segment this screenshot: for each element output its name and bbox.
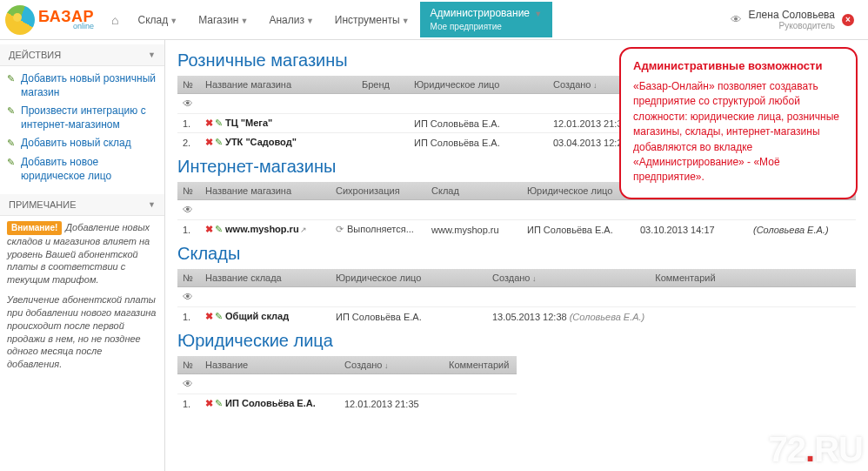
chevron-down-icon: ▼ (148, 50, 156, 59)
edit-icon[interactable]: ✎ (215, 224, 223, 235)
table-row[interactable]: 1. ✖✎ www.myshop.ru↗ ⟳Выполняется... www… (177, 220, 856, 239)
sidebar: ДЕЙСТВИЯ ▼ ✎Добавить новый розничный маг… (0, 40, 165, 471)
refresh-icon[interactable]: ⟳ (336, 224, 344, 234)
table-row[interactable]: 1. ✖✎ Общий склад ИП Соловьёва Е.А. 13.0… (177, 307, 856, 326)
col-num[interactable]: № (177, 356, 200, 374)
table-header-row: № Название Создано Комментарий (177, 356, 517, 374)
delete-icon[interactable]: ✖ (205, 118, 213, 129)
edit-icon[interactable]: ✎ (215, 311, 223, 322)
home-icon[interactable]: ⌂ (103, 13, 127, 27)
logo-text: БАЗАР online (38, 9, 94, 30)
sidebar-actions-head[interactable]: ДЕЙСТВИЯ ▼ (0, 44, 164, 66)
edit-icon[interactable]: ✎ (215, 118, 223, 129)
col-name[interactable]: Название магазина (200, 182, 331, 200)
nav-admin[interactable]: Администрирование ▼ Мое предприятие (420, 2, 553, 37)
col-comment[interactable]: Комментарий (444, 356, 517, 374)
callout-body: «Базар-Онлайн» позволяет создавать предп… (633, 79, 844, 185)
logo[interactable]: БАЗАР online (5, 5, 94, 35)
external-link-icon[interactable]: ↗ (300, 225, 307, 234)
sidebar-note-body: Внимание!Добавление новых складов и мага… (0, 216, 164, 380)
eye-icon[interactable]: 👁 (183, 291, 193, 303)
chevron-down-icon: ▼ (148, 200, 156, 209)
user-role: Руководитель (779, 21, 835, 30)
callout-admin-features: Административные возможности «Базар-Онла… (619, 47, 858, 199)
watermark: 72.RU (769, 430, 863, 469)
table-row[interactable]: 1. ✖✎ ИП Соловьёва Е.А. 12.01.2013 21:35 (177, 394, 517, 414)
col-num[interactable]: № (177, 182, 200, 200)
delete-icon[interactable]: ✖ (205, 311, 213, 322)
col-created[interactable]: Создано (339, 356, 444, 374)
pencil-icon: ✎ (7, 137, 17, 149)
legal-name: ИП Соловьёва Е.А. (225, 398, 316, 408)
nav-analysis[interactable]: Анализ▼ (258, 2, 324, 38)
nav-tools[interactable]: Инструменты▼ (324, 2, 420, 38)
sidebar-item-integrate-online[interactable]: ✎Произвести интеграцию с интернет-магази… (5, 102, 159, 134)
table-eye-row: 👁 (177, 200, 856, 220)
chevron-down-icon: ▼ (306, 17, 314, 25)
col-name[interactable]: Название склада (200, 269, 331, 287)
col-legal[interactable]: Юридическое лицо (522, 182, 635, 200)
sidebar-item-add-warehouse[interactable]: ✎Добавить новый склад (5, 134, 159, 153)
chevron-down-icon: ▼ (170, 17, 177, 25)
col-comment[interactable]: Комментарий (650, 269, 856, 287)
store-name: ТЦ "Мега" (225, 118, 272, 128)
col-legal[interactable]: Юридическое лицо (331, 269, 487, 287)
store-name: www.myshop.ru (225, 224, 299, 234)
callout-title: Административные возможности (633, 59, 844, 72)
delete-icon[interactable]: ✖ (205, 137, 213, 148)
user-name: Елена Соловьева (749, 9, 835, 21)
edit-icon[interactable]: ✎ (215, 398, 223, 409)
nav-stock[interactable]: Склад▼ (128, 2, 189, 38)
logo-icon (5, 5, 35, 35)
chevron-down-icon: ▼ (402, 17, 410, 25)
delete-icon[interactable]: ✖ (205, 398, 213, 409)
col-num[interactable]: № (177, 269, 200, 287)
logout-icon[interactable]: × (842, 14, 854, 26)
pencil-icon: ✎ (7, 104, 17, 117)
edit-icon[interactable]: ✎ (215, 137, 223, 148)
warning-badge: Внимание! (7, 221, 62, 235)
chevron-down-icon: ▼ (534, 10, 542, 18)
sidebar-item-add-retail[interactable]: ✎Добавить новый розничный магазин (5, 70, 159, 102)
col-brand[interactable]: Бренд (357, 76, 409, 94)
chevron-down-icon: ▼ (240, 17, 248, 25)
col-sync[interactable]: Сихронизация (331, 182, 426, 200)
col-name[interactable]: Название (200, 356, 339, 374)
col-name[interactable]: Название магазина (200, 76, 357, 94)
nav-store[interactable]: Магазин▼ (188, 2, 258, 38)
nav-admin-sub: Мое предприятие (431, 21, 543, 32)
pencil-icon: ✎ (7, 156, 17, 168)
col-created[interactable]: Создано (487, 269, 650, 287)
table-warehouses: № Название склада Юридическое лицо Созда… (177, 269, 856, 326)
section-warehouses-title: Склады (177, 244, 856, 264)
eye-icon[interactable]: 👁 (731, 13, 742, 26)
col-stock[interactable]: Склад (426, 182, 522, 200)
table-header-row: № Название склада Юридическое лицо Созда… (177, 269, 856, 287)
table-eye-row: 👁 (177, 287, 856, 307)
pencil-icon: ✎ (7, 72, 17, 84)
col-num[interactable]: № (177, 76, 200, 94)
table-eye-row: 👁 (177, 374, 517, 394)
eye-icon[interactable]: 👁 (183, 204, 193, 216)
table-legal: № Название Создано Комментарий 👁 1. ✖✎ И… (177, 356, 517, 413)
header: БАЗАР online ⌂ Склад▼ Магазин▼ Анализ▼ И… (0, 0, 868, 40)
eye-icon[interactable]: 👁 (183, 98, 193, 110)
section-legal-title: Юридические лица (177, 331, 856, 351)
topnav: ⌂ Склад▼ Магазин▼ Анализ▼ Инструменты▼ А… (103, 2, 552, 38)
col-legal[interactable]: Юридическое лицо (409, 76, 548, 94)
sidebar-item-add-legal[interactable]: ✎Добавить новое юридическое лицо (5, 153, 159, 185)
sidebar-note-head[interactable]: ПРИМЕЧАНИЕ ▼ (0, 194, 164, 216)
store-name: УТК "Садовод" (225, 137, 297, 147)
warehouse-name: Общий склад (225, 311, 289, 321)
sidebar-actions-list: ✎Добавить новый розничный магазин ✎Произ… (0, 66, 164, 194)
user-block: 👁 Елена Соловьева Руководитель × (731, 9, 858, 30)
eye-icon[interactable]: 👁 (183, 378, 193, 390)
delete-icon[interactable]: ✖ (205, 224, 213, 235)
